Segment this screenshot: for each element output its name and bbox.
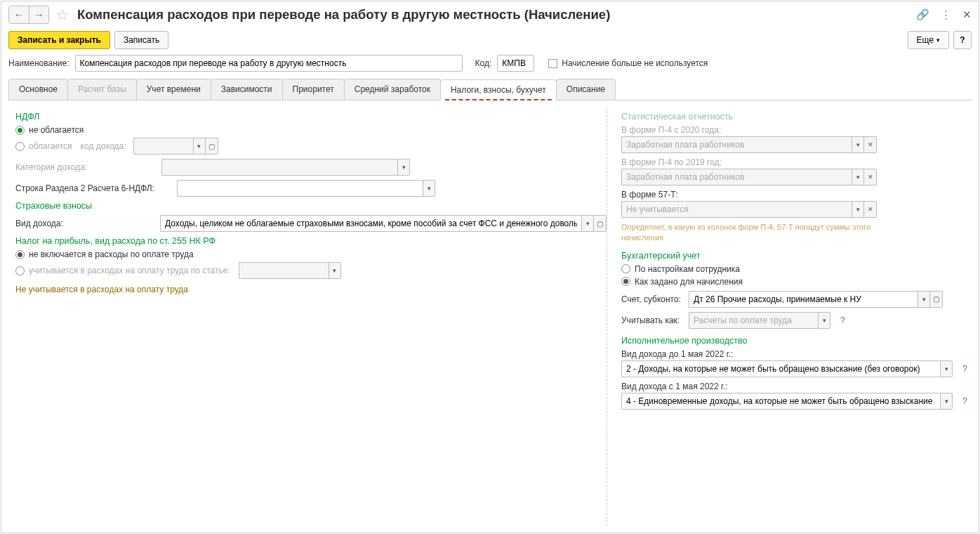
acc-as-set-label: Как задано для начисления	[635, 277, 743, 287]
profit-note: Не учитывается в расходах на оплату труд…	[15, 285, 607, 294]
stat-p4-2020-input	[621, 136, 852, 153]
tab-time[interactable]: Учет времени	[136, 79, 211, 100]
code-input[interactable]	[497, 55, 534, 72]
stat-p4-2020-clear	[864, 136, 877, 153]
link-icon[interactable]: 🔗	[916, 8, 929, 21]
acc-consider-help[interactable]: ?	[840, 315, 845, 325]
acc-as-set-radio[interactable]	[621, 277, 630, 286]
ndfl-income-code-label: код дохода:	[81, 141, 126, 151]
exec-before-input[interactable]	[621, 360, 940, 377]
insurance-kind-input[interactable]	[160, 215, 581, 232]
tab-deps[interactable]: Зависимости	[211, 79, 283, 100]
exec-before-label: Вид дохода до 1 мая 2022 г.:	[621, 349, 967, 359]
ndfl-row6-dropdown[interactable]	[423, 180, 435, 197]
disabled-checkbox-label: Начисление больше не используется	[562, 58, 708, 68]
ndfl-income-code-open	[206, 138, 218, 155]
ndfl-category-input	[161, 159, 397, 176]
stat-hint: Определяет, в какую из колонок форм П-4,…	[621, 222, 874, 244]
code-label: Код:	[475, 58, 492, 68]
nav-back-button[interactable]: ←	[9, 6, 29, 23]
page-title: Компенсация расходов при переводе на раб…	[77, 7, 610, 22]
more-button[interactable]: Еще▾	[908, 31, 949, 49]
tab-desc[interactable]: Описание	[556, 79, 616, 100]
stat-p4-2019-dropdown	[852, 169, 864, 185]
insurance-section-title: Страховые взносы	[15, 201, 607, 211]
profit-article-dropdown	[329, 262, 341, 279]
acc-account-open[interactable]	[930, 291, 943, 308]
help-button[interactable]: ?	[953, 31, 972, 49]
ndfl-income-code-dropdown	[193, 138, 206, 155]
ndfl-income-code-input	[133, 138, 193, 155]
exec-before-help[interactable]: ?	[962, 364, 967, 374]
stat-p4-2020-dropdown	[852, 136, 864, 153]
tab-taxes[interactable]: Налоги, взносы, бухучет	[440, 79, 557, 100]
name-input[interactable]	[75, 55, 463, 72]
acc-consider-label: Учитывать как:	[621, 315, 683, 325]
profit-counted-radio[interactable]	[15, 266, 25, 275]
stat-p4-2019-label: В форме П-4 по 2019 год:	[621, 157, 967, 167]
stat-57t-dropdown[interactable]	[852, 201, 864, 218]
stat-57t-label: В форме 57-Т:	[621, 190, 967, 200]
acc-by-employee-label: По настройкам сотрудника	[635, 264, 740, 274]
exec-after-help[interactable]: ?	[962, 396, 967, 406]
profit-article-input	[239, 262, 329, 279]
acc-section-title: Бухгалтерский учет	[621, 251, 967, 261]
save-close-button[interactable]: Записать и закрыть	[8, 31, 110, 49]
profit-not-included-label: не включается в расходы по оплате труда	[29, 249, 194, 259]
profit-section-title: Налог на прибыль, вид расхода по ст. 255…	[15, 236, 607, 246]
acc-by-employee-radio[interactable]	[621, 264, 630, 273]
ndfl-not-taxed-label: не облагается	[29, 125, 84, 135]
acc-consider-dropdown	[818, 312, 830, 329]
ndfl-row6-input[interactable]	[177, 180, 423, 197]
profit-counted-label: учитывается в расходах на оплату труда п…	[29, 266, 230, 275]
exec-after-dropdown[interactable]	[940, 393, 953, 410]
exec-after-label: Вид дохода с 1 мая 2022 г.:	[621, 382, 967, 391]
close-icon[interactable]: ✕	[962, 8, 972, 21]
insurance-kind-label: Вид дохода:	[15, 219, 154, 228]
stat-57t-input[interactable]	[621, 201, 852, 218]
favorite-star-icon[interactable]: ☆	[56, 6, 69, 23]
acc-account-input[interactable]	[689, 291, 918, 308]
ndfl-not-taxed-radio[interactable]	[15, 126, 25, 135]
ndfl-category-dropdown	[397, 159, 410, 176]
name-label: Наименование:	[8, 58, 69, 68]
save-button[interactable]: Записать	[114, 31, 168, 49]
ndfl-category-label: Категория дохода:	[15, 162, 156, 172]
insurance-kind-dropdown[interactable]	[581, 215, 594, 232]
acc-account-label: Счет, субконто:	[621, 294, 683, 304]
disabled-checkbox[interactable]	[548, 59, 557, 68]
kebab-menu-icon[interactable]: ⋮	[941, 8, 951, 21]
acc-consider-input	[689, 312, 818, 329]
tab-avg[interactable]: Средний заработок	[344, 79, 441, 100]
stat-section-title: Статистическая отчетность	[621, 112, 967, 122]
ndfl-taxed-radio[interactable]	[15, 142, 25, 151]
tab-priority[interactable]: Приоритет	[282, 79, 345, 100]
acc-account-dropdown[interactable]	[918, 291, 930, 308]
ndfl-section-title: НДФЛ	[15, 112, 607, 122]
profit-not-included-radio[interactable]	[15, 250, 25, 259]
stat-p4-2020-label: В форме П-4 с 2020 года:	[621, 125, 967, 135]
tab-main[interactable]: Основное	[8, 79, 68, 100]
exec-section-title: Исполнительное производство	[621, 336, 967, 346]
stat-p4-2019-clear	[864, 169, 877, 185]
ndfl-taxed-label: облагается	[29, 141, 72, 151]
stat-57t-clear[interactable]	[864, 201, 877, 218]
ndfl-row6-label: Строка Раздела 2 Расчета 6-НДФЛ:	[15, 183, 171, 193]
stat-p4-2019-input	[621, 169, 852, 185]
nav-forward-button[interactable]: →	[29, 6, 48, 23]
exec-after-input[interactable]	[621, 393, 940, 410]
tab-base: Расчет базы	[67, 79, 137, 100]
insurance-kind-open[interactable]	[594, 215, 607, 232]
exec-before-dropdown[interactable]	[940, 360, 953, 377]
